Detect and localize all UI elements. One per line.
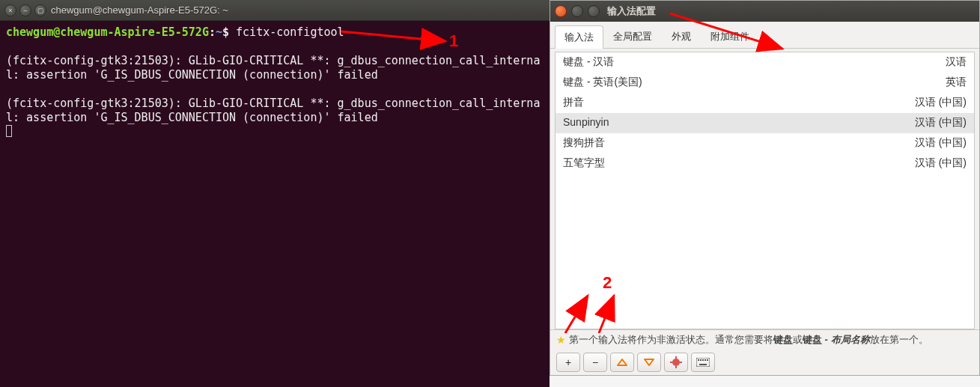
output-line: (fcitx-config-gtk3:21503): GLib-GIO-CRIT…	[6, 97, 540, 124]
maximize-icon[interactable]	[588, 5, 600, 17]
svg-rect-2	[698, 359, 699, 361]
annotation-label-2: 2	[603, 273, 612, 293]
svg-rect-6	[707, 359, 708, 361]
im-name: 拼音	[563, 96, 584, 109]
im-name: 键盘 - 汉语	[563, 55, 614, 69]
list-item[interactable]: 搜狗拼音 汉语 (中国)	[556, 133, 974, 153]
maximize-icon[interactable]: ▢	[34, 4, 46, 16]
config-title: 输入法配置	[607, 4, 656, 18]
im-lang: 汉语 (中国)	[915, 96, 967, 109]
tab-appearance[interactable]: 外观	[662, 25, 701, 48]
tabs-bar: 输入法 全局配置 外观 附加组件	[550, 22, 979, 49]
command-text: fcitx-configtool	[236, 25, 344, 39]
svg-rect-1	[696, 358, 710, 367]
im-lang: 汉语 (中国)	[915, 116, 967, 129]
im-lang: 汉语 (中国)	[915, 156, 967, 170]
svg-rect-3	[700, 359, 701, 361]
tab-addon[interactable]: 附加组件	[701, 25, 759, 48]
minimize-icon[interactable]: –	[19, 4, 31, 16]
im-lang: 汉语	[946, 55, 967, 69]
tab-global-config[interactable]: 全局配置	[603, 25, 662, 48]
prompt-path: ~	[216, 25, 222, 39]
button-bar: + −	[550, 350, 979, 375]
prompt-user: chewgum@chewgum-Aspire-E5-572G	[6, 25, 209, 39]
im-name: 五笔字型	[563, 156, 605, 170]
output-line: (fcitx-config-gtk3:21503): GLib-GIO-CRIT…	[6, 54, 540, 82]
list-item[interactable]: 键盘 - 汉语 汉语	[556, 52, 974, 73]
prompt-symbol: $	[222, 25, 229, 39]
close-icon[interactable]: ×	[4, 4, 16, 16]
terminal-body[interactable]: chewgum@chewgum-Aspire-E5-572G:~$ fcitx-…	[0, 21, 550, 387]
im-name: 搜狗拼音	[563, 136, 605, 150]
hint-bar: ★ 第一个输入法将作为非激活状态。通常您需要将键盘或键盘 - 布局名称放在第一个…	[550, 329, 979, 350]
remove-button[interactable]: −	[583, 353, 607, 372]
move-down-button[interactable]	[637, 353, 661, 372]
svg-rect-7	[699, 364, 707, 365]
im-name: Sunpinyin	[563, 116, 609, 129]
terminal-titlebar: × – ▢ chewgum@chewgum-Aspire-E5-572G: ~	[0, 0, 550, 21]
star-icon: ★	[556, 334, 566, 346]
svg-rect-5	[704, 359, 706, 361]
tab-input-method[interactable]: 输入法	[555, 25, 603, 49]
terminal-window: × – ▢ chewgum@chewgum-Aspire-E5-572G: ~ …	[0, 0, 550, 387]
im-lang: 汉语 (中国)	[915, 136, 967, 150]
annotation-label-1: 1	[449, 31, 458, 51]
keyboard-button[interactable]	[691, 353, 715, 372]
add-button[interactable]: +	[556, 353, 580, 372]
input-method-list[interactable]: 键盘 - 汉语 汉语 键盘 - 英语(美国) 英语 拼音 汉语 (中国) Sun…	[555, 52, 975, 329]
configure-button[interactable]	[664, 353, 688, 372]
terminal-title: chewgum@chewgum-Aspire-E5-572G: ~	[51, 4, 228, 16]
list-item[interactable]: Sunpinyin 汉语 (中国)	[556, 113, 974, 133]
config-titlebar: 输入法配置	[550, 1, 979, 22]
cursor-icon	[6, 125, 12, 137]
im-name: 键盘 - 英语(美国)	[563, 76, 642, 89]
im-lang: 英语	[946, 76, 967, 89]
list-item[interactable]: 五笔字型 汉语 (中国)	[556, 153, 974, 174]
svg-point-0	[672, 359, 680, 366]
minimize-icon[interactable]	[571, 5, 583, 17]
list-item[interactable]: 拼音 汉语 (中国)	[556, 93, 974, 113]
config-window: 输入法配置 输入法 全局配置 外观 附加组件 键盘 - 汉语 汉语 键盘 - 英…	[550, 0, 980, 376]
list-item[interactable]: 键盘 - 英语(美国) 英语	[556, 73, 974, 93]
svg-rect-4	[702, 359, 704, 361]
close-icon[interactable]	[555, 5, 567, 17]
move-up-button[interactable]	[610, 353, 634, 372]
